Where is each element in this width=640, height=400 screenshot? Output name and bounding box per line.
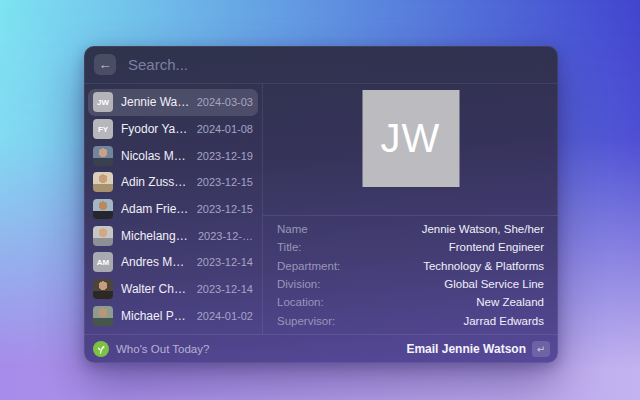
person-date: 2023-12-15 (197, 176, 253, 188)
enter-key-icon: ↵ (532, 341, 550, 357)
person-name: Walter Channell (121, 282, 191, 296)
profile-avatar-initials: JW (381, 116, 441, 161)
profile-field-value: Technology & Platforms (423, 260, 544, 272)
window-body: JW Jennie Watson 2024-03-03 FY Fyodor Ya… (84, 84, 558, 334)
person-row[interactable]: Walter Channell 2023-12-14 (88, 276, 258, 303)
person-row[interactable]: FY Fyodor Yakimchouk 2024-01-08 (88, 116, 258, 143)
profile-field-value: Jarrad Edwards (463, 315, 544, 327)
person-name: Andres Mercado (121, 255, 191, 269)
person-photo-avatar (93, 199, 113, 219)
profile-field: Name Jennie Watson, She/her (277, 220, 544, 238)
profile-field-label: Division: (277, 278, 320, 290)
person-name: Jennie Watson (121, 95, 191, 109)
person-name: Adam Friedman (121, 202, 191, 216)
profile-field: Department: Technology & Platforms (277, 257, 544, 275)
person-date: 2023-12-14 (197, 283, 253, 295)
person-row[interactable]: Michelangelo Huang… 2023-12-… (88, 222, 258, 249)
profile-field: Location: New Zealand (277, 293, 544, 311)
primary-action-label: Email Jennie Watson (406, 342, 526, 356)
person-date: 2024-01-02 (197, 310, 253, 322)
person-row[interactable]: Michael Petry 2024-01-02 (88, 303, 258, 330)
person-avatar: AM (93, 252, 113, 272)
profile-field-label: Supervisor: (277, 315, 335, 327)
profile-field: Division: Global Service Line (277, 275, 544, 293)
person-date: 2023-12-… (198, 230, 253, 242)
footer-bar: Who's Out Today? Email Jennie Watson ↵ (84, 334, 558, 363)
person-row[interactable]: Nicolas Moreno 2023-12-19 (88, 142, 258, 169)
person-date: 2023-12-15 (197, 203, 253, 215)
person-name: Nicolas Moreno (121, 149, 191, 163)
person-name: Michelangelo Huang… (121, 229, 192, 243)
person-photo-avatar (93, 226, 113, 246)
profile-field: Title: Frontend Engineer (277, 238, 544, 256)
person-name: Fyodor Yakimchouk (121, 122, 191, 136)
command-title: Who's Out Today? (116, 343, 406, 355)
profile-field-label: Title: (277, 241, 302, 253)
person-name: Adin Zussman (121, 175, 191, 189)
profile-field-label: Location: (277, 296, 324, 308)
person-date: 2024-01-08 (197, 123, 253, 135)
person-row-selected[interactable]: JW Jennie Watson 2024-03-03 (88, 89, 258, 116)
person-avatar: JW (93, 92, 113, 112)
person-avatar: FY (93, 119, 113, 139)
profile-field-value: Frontend Engineer (449, 241, 544, 253)
desktop-background: ← JW Jennie Watson 2024-03-03 FY Fyodor … (0, 0, 640, 400)
detail-panel: JW Name Jennie Watson, She/her Title: Fr… (263, 84, 558, 334)
person-date: 2023-12-14 (197, 256, 253, 268)
person-row[interactable]: AM Andres Mercado 2023-12-14 (88, 249, 258, 276)
profile-field-label: Name (277, 223, 308, 235)
person-photo-avatar (93, 306, 113, 326)
profile-fields: Name Jennie Watson, She/her Title: Front… (263, 215, 558, 334)
primary-action-button[interactable]: Email Jennie Watson ↵ (406, 341, 550, 357)
profile-field: Supervisor: Jarrad Edwards (277, 312, 544, 330)
back-button[interactable]: ← (94, 54, 116, 75)
profile-field-label: Department: (277, 260, 340, 272)
profile-field-value: Global Service Line (444, 278, 544, 290)
results-list: JW Jennie Watson 2024-03-03 FY Fyodor Ya… (84, 84, 263, 334)
profile-field-value: Jennie Watson, She/her (422, 223, 544, 235)
person-photo-avatar (93, 172, 113, 192)
person-date: 2023-12-19 (197, 150, 253, 162)
launcher-window: ← JW Jennie Watson 2024-03-03 FY Fyodor … (84, 46, 558, 363)
person-date: 2024-03-03 (197, 96, 253, 108)
person-row[interactable]: Adam Friedman 2023-12-15 (88, 196, 258, 223)
profile-avatar: JW (362, 90, 459, 187)
person-photo-avatar (93, 279, 113, 299)
search-input[interactable] (126, 55, 548, 74)
profile-field-value: New Zealand (476, 296, 544, 308)
back-arrow-icon: ← (99, 58, 112, 71)
search-bar: ← (84, 46, 558, 84)
person-row[interactable]: Adin Zussman 2023-12-15 (88, 169, 258, 196)
person-photo-avatar (93, 146, 113, 166)
person-name: Michael Petry (121, 309, 191, 323)
bamboohr-icon (93, 341, 109, 357)
